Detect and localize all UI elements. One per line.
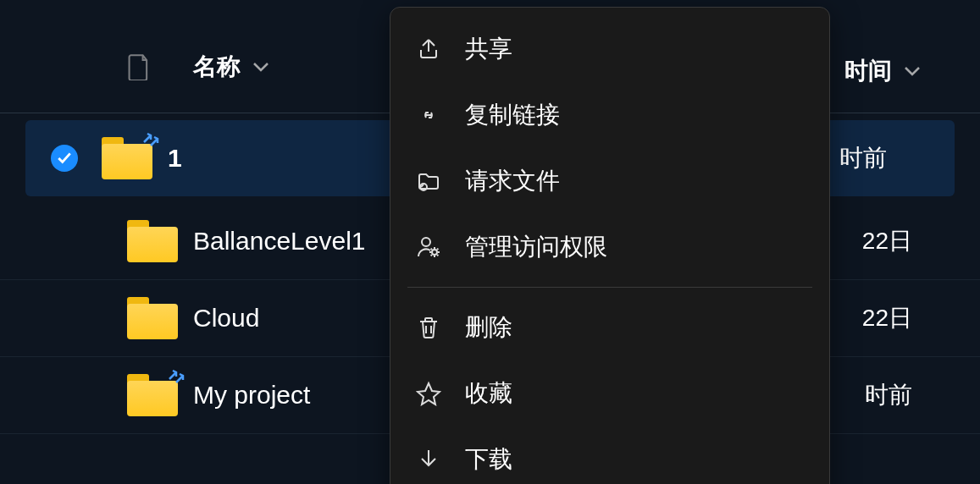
- menu-label: 请求文件: [465, 165, 560, 197]
- check-icon[interactable]: [51, 145, 78, 172]
- user-gear-icon: [416, 234, 441, 260]
- menu-label: 复制链接: [465, 99, 560, 131]
- file-icon: [127, 53, 151, 80]
- trash-icon: [416, 315, 441, 340]
- menu-favorite[interactable]: 收藏: [390, 360, 829, 426]
- menu-manage-access[interactable]: 管理访问权限: [390, 214, 829, 280]
- row-select-placeholder[interactable]: [51, 305, 78, 332]
- menu-label: 管理访问权限: [465, 231, 607, 263]
- time-header-label: 时间: [844, 55, 892, 87]
- file-name: 1: [168, 144, 182, 173]
- menu-label: 收藏: [465, 377, 512, 410]
- menu-label: 下载: [465, 443, 512, 476]
- folder-icon: [127, 374, 178, 416]
- download-icon: [416, 447, 441, 472]
- share-badge-icon: [168, 367, 185, 384]
- menu-copy-link[interactable]: 复制链接: [390, 82, 829, 148]
- star-icon: [416, 381, 441, 406]
- column-header-time[interactable]: 时间: [844, 55, 921, 87]
- name-header-label: 名称: [193, 51, 241, 83]
- row-select-placeholder[interactable]: [51, 228, 78, 255]
- menu-download[interactable]: 下载: [390, 426, 829, 484]
- chevron-down-icon: [904, 66, 921, 76]
- chevron-down-icon: [252, 62, 269, 72]
- file-time: 时前: [865, 379, 912, 411]
- context-menu: 共享 复制链接 请求文件 管理访问权限: [390, 7, 830, 484]
- file-time: 22日: [862, 302, 912, 334]
- menu-divider: [407, 287, 812, 288]
- folder-icon: [102, 137, 152, 179]
- share-badge-icon: [142, 130, 159, 147]
- file-name: Cloud: [193, 304, 259, 333]
- file-name: BallanceLevel1: [193, 227, 365, 256]
- menu-request-files[interactable]: 请求文件: [390, 148, 829, 214]
- file-time: 22日: [862, 225, 912, 257]
- menu-label: 删除: [465, 311, 512, 344]
- folder-icon: [127, 297, 178, 339]
- menu-share[interactable]: 共享: [390, 16, 829, 82]
- folder-icon: [127, 220, 178, 262]
- menu-label: 共享: [465, 33, 512, 65]
- svg-point-1: [422, 238, 430, 246]
- row-select-placeholder[interactable]: [51, 382, 78, 409]
- column-header-name[interactable]: 名称: [193, 51, 269, 83]
- svg-point-2: [432, 250, 437, 255]
- folder-request-icon: [416, 168, 441, 194]
- link-icon: [416, 102, 441, 128]
- menu-delete[interactable]: 删除: [390, 294, 829, 360]
- file-name: My project: [193, 381, 310, 410]
- share-icon: [416, 36, 441, 62]
- file-time: 时前: [839, 142, 887, 174]
